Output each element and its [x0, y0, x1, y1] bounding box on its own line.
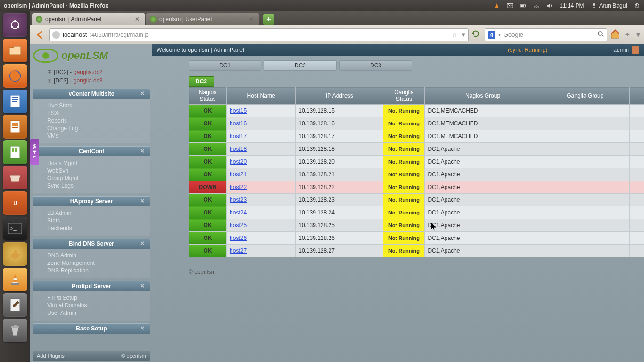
host-link[interactable]: host17 [230, 133, 247, 140]
tree-link[interactable]: ganglia.dc2 [74, 69, 102, 75]
add-plugins-button[interactable]: Add Plugins [37, 353, 65, 359]
panel-menu-item[interactable]: Virtual Domains [47, 302, 150, 309]
panel-menu-item[interactable]: FTPd Setup [47, 294, 150, 302]
ubuntu-one-icon[interactable]: U [3, 191, 27, 215]
host-link[interactable]: host22 [230, 184, 247, 190]
panel-menu-item[interactable]: ESXi [47, 109, 150, 117]
panel-close-icon[interactable]: × [140, 148, 147, 154]
search-box[interactable]: g▾ Google [485, 28, 607, 41]
panel-header[interactable]: Proftpd Server× [33, 281, 150, 291]
host-link[interactable]: host16 [230, 120, 247, 127]
text-editor-icon[interactable] [3, 293, 27, 317]
gear-icon[interactable] [633, 234, 644, 242]
firefox-icon[interactable] [3, 64, 27, 88]
tab-close-icon[interactable]: ✕ [135, 16, 141, 23]
writer-icon[interactable] [3, 90, 27, 113]
gear-icon[interactable] [633, 209, 644, 216]
panel-menu-item[interactable]: DNS Replication [47, 267, 150, 274]
host-link[interactable]: host18 [230, 146, 247, 152]
impress-icon[interactable] [3, 115, 27, 139]
panel-header[interactable]: Bind DNS Server× [33, 239, 150, 249]
software-center-icon[interactable] [3, 166, 27, 189]
panel-header[interactable]: Base Setup× [33, 323, 150, 334]
panel-menu-item[interactable]: Sync Logs [47, 182, 150, 189]
host-link[interactable]: host25 [230, 222, 247, 229]
host-link[interactable]: host20 [230, 158, 247, 165]
dash-icon[interactable] [3, 13, 27, 37]
gear-icon[interactable] [633, 196, 644, 204]
panel-close-icon[interactable]: × [140, 90, 147, 97]
tab-close-icon[interactable]: ✕ [249, 16, 256, 23]
panel-menu-item[interactable]: Live Stats [47, 102, 150, 109]
expand-icon[interactable]: ⊞ [47, 77, 52, 84]
host-link[interactable]: host24 [230, 209, 247, 216]
tree-item[interactable]: ⊞[DC3] - ganglia.dc3 [47, 76, 150, 85]
url-dropdown-icon[interactable]: ▾ [462, 31, 465, 38]
host-link[interactable]: host26 [230, 235, 247, 241]
panel-menu-item[interactable]: Change Log [47, 124, 150, 132]
files-icon[interactable] [3, 39, 27, 62]
volume-indicator-icon[interactable] [546, 2, 553, 9]
logout-button[interactable] [632, 46, 639, 54]
toolbar-dropdown-icon[interactable]: ▾ [636, 30, 640, 39]
calc-icon[interactable] [3, 140, 27, 164]
toolbar-extra-icon[interactable]: ✦ [624, 30, 634, 39]
panel-menu-item[interactable]: Hosts Mgmt [47, 159, 150, 167]
terminal-icon[interactable]: >_ [3, 217, 27, 240]
gear-icon[interactable] [633, 107, 644, 115]
trash-icon[interactable] [3, 319, 27, 342]
gear-icon[interactable] [633, 132, 644, 140]
reload-button[interactable] [471, 30, 482, 40]
gear-icon[interactable] [633, 145, 644, 153]
hide-sidebar-button[interactable]: ◀Hide [30, 139, 39, 165]
vlc-launcher-icon[interactable] [3, 268, 27, 291]
panel-header[interactable]: vCenter Multisite× [33, 89, 150, 99]
panel-menu-item[interactable]: User Admin [47, 309, 150, 317]
panel-menu-item[interactable]: VMs [47, 132, 150, 140]
tree-link[interactable]: ganglia.dc3 [74, 77, 102, 84]
panel-menu-item[interactable]: DNS Admin [47, 252, 150, 259]
clock[interactable]: 11:14 PM [560, 2, 584, 9]
panel-header[interactable]: HAproxy Server× [33, 196, 150, 206]
gear-icon[interactable] [633, 120, 644, 127]
panel-menu-item[interactable]: Stats [47, 217, 150, 224]
panel-menu-item[interactable]: Backends [47, 224, 150, 232]
panel-menu-item[interactable]: LB Admin [47, 209, 150, 217]
new-tab-button[interactable]: + [263, 14, 274, 25]
search-submit-icon[interactable] [597, 31, 604, 39]
host-link[interactable]: host27 [230, 247, 247, 254]
site-identity-icon[interactable] [52, 31, 60, 39]
gear-icon[interactable] [633, 222, 644, 229]
tree-item[interactable]: ⊞[DC2] - ganglia.dc2 [47, 68, 150, 76]
host-link[interactable]: host21 [230, 171, 247, 178]
panel-menu-item[interactable]: Group Mgmt [47, 174, 150, 182]
dc-tab[interactable]: DC2 [264, 60, 337, 71]
gear-icon[interactable] [633, 171, 644, 178]
gear-icon[interactable] [633, 158, 644, 165]
mail-indicator-icon[interactable] [507, 2, 513, 9]
browser-tab-active[interactable]: openlsm | AdminPanel ✕ [32, 13, 145, 25]
panel-menu-item[interactable]: WebSvn [47, 167, 150, 174]
panel-close-icon[interactable]: × [140, 197, 147, 204]
panel-header[interactable]: CentConf× [33, 146, 150, 156]
user-menu[interactable]: Arun Bagul [591, 2, 627, 9]
panel-close-icon[interactable]: × [140, 325, 147, 331]
home-button[interactable] [610, 29, 621, 41]
bookmark-star-icon[interactable]: ☆ [452, 31, 457, 38]
host-link[interactable]: host15 [230, 107, 247, 114]
app-logo[interactable]: openLSM [30, 44, 152, 67]
dc-tab[interactable]: DC3 [339, 60, 412, 71]
gear-icon[interactable] [633, 183, 644, 191]
panel-close-icon[interactable]: × [140, 240, 147, 247]
back-button[interactable] [34, 29, 46, 41]
teapot-icon[interactable] [3, 242, 27, 266]
expand-icon[interactable]: ⊞ [47, 69, 52, 75]
panel-menu-item[interactable]: Reports [47, 117, 150, 124]
panel-close-icon[interactable]: × [140, 282, 147, 289]
gear-icon[interactable] [633, 247, 644, 255]
network-indicator-icon[interactable] [533, 2, 540, 9]
host-link[interactable]: host23 [230, 197, 247, 203]
dc-tab[interactable]: DC1 [189, 60, 261, 71]
battery-indicator-icon[interactable] [520, 2, 527, 9]
browser-tab-inactive[interactable]: openlsm | UserPanel ✕ [146, 13, 259, 25]
